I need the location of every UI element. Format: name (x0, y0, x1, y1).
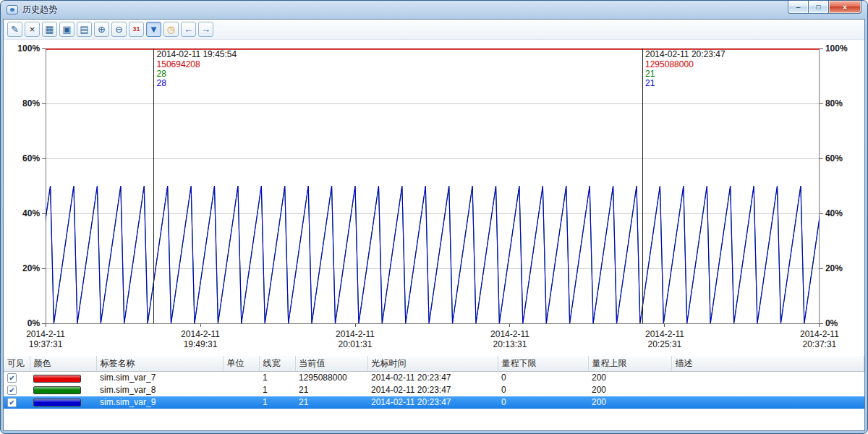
color-swatch[interactable] (33, 375, 81, 383)
y-axis-label-left: 40% (22, 208, 40, 218)
y-axis-label-right: 20% (825, 263, 843, 273)
y-axis-label-right: 60% (825, 153, 843, 163)
zoom-in-button[interactable]: ⊕ (94, 22, 109, 37)
tag-name: sim.sim_var_7 (96, 372, 223, 384)
range-high: 200 (588, 384, 671, 396)
column-header-9[interactable]: 描述 (671, 356, 864, 372)
x-axis-label-time: 20:13:31 (493, 339, 527, 349)
filter-button[interactable]: ▼ (146, 22, 161, 37)
column-header-8[interactable]: 量程上限 (588, 356, 671, 372)
column-header-6[interactable]: 光标时间 (367, 356, 498, 372)
close-button[interactable]: × (828, 1, 861, 14)
tag-name: sim.sim_var_8 (96, 384, 223, 396)
table-row[interactable]: ✔sim.sim_var_91212014-02-11 20:23:470200 (4, 396, 864, 409)
cursor-value-label: 28 (157, 69, 167, 79)
print-button[interactable]: ▤ (77, 22, 92, 37)
current-value: 21 (295, 396, 367, 409)
trend-chart-svg: 100%100%80%80%60%60%40%40%20%20%0%0%2014… (4, 40, 864, 356)
y-axis-label-left: 60% (22, 153, 40, 163)
toolbar: ✎×▦▣▤⊕⊖31▼◷←→ (4, 20, 864, 40)
color-swatch[interactable] (33, 386, 81, 394)
save-button[interactable]: ▣ (59, 22, 75, 37)
y-axis-label-right: 80% (825, 98, 843, 109)
column-header-3[interactable]: 单位 (223, 356, 259, 372)
x-axis-label-time: 19:49:31 (184, 339, 218, 349)
range-high: 200 (588, 396, 671, 409)
column-header-5[interactable]: 当前值 (295, 356, 367, 372)
client-area: ✎×▦▣▤⊕⊖31▼◷←→ 100%100%80%80%60%60%40%40%… (3, 19, 865, 431)
tag-name: sim.sim_var_9 (96, 396, 223, 409)
maximize-button[interactable]: □ (809, 1, 828, 14)
y-axis-label-left: 80% (22, 98, 40, 109)
grid-view-button[interactable]: ▦ (42, 22, 57, 37)
range-low: 0 (498, 372, 588, 384)
y-axis-label-right: 40% (825, 208, 843, 218)
cursor-value-label: 21 (645, 69, 655, 79)
x-axis-label-date: 2014-2-11 (645, 329, 684, 339)
clock-button[interactable]: ◷ (163, 22, 179, 37)
y-axis-label-right: 0% (825, 318, 838, 328)
window-title: 历史趋势 (22, 4, 57, 16)
calendar-button[interactable]: 31 (129, 22, 144, 37)
caption-buttons: – □ × (788, 1, 861, 14)
description (671, 396, 864, 409)
column-header-7[interactable]: 量程下限 (498, 356, 588, 372)
visible-checkbox[interactable]: ✔ (7, 398, 17, 407)
edit-pen-button[interactable]: ✎ (7, 22, 22, 37)
series-line-sim-var-9 (30, 186, 848, 323)
x-axis-label-date: 2014-2-11 (800, 329, 839, 339)
app-window: 历史趋势 – □ × ✎×▦▣▤⊕⊖31▼◷←→ 100%100%80%80%6… (0, 0, 868, 434)
cursor-time: 2014-02-11 20:23:47 (367, 372, 498, 384)
current-value: 1295088000 (295, 372, 367, 384)
visible-checkbox[interactable]: ✔ (7, 386, 17, 395)
cursor-value-label: 150694208 (157, 59, 200, 69)
y-axis-label-left: 20% (22, 263, 40, 273)
unit (223, 396, 259, 409)
x-axis-label-date: 2014-2-11 (181, 329, 220, 339)
zoom-out-button[interactable]: ⊖ (111, 22, 127, 37)
cursor-value-label: 28 (157, 78, 167, 88)
table-row[interactable]: ✔sim.sim_var_7112950880002014-02-11 20:2… (4, 372, 864, 384)
line-width: 1 (259, 384, 295, 396)
trend-chart[interactable]: 100%100%80%80%60%60%40%40%20%20%0%0%2014… (4, 40, 864, 356)
description (671, 372, 864, 384)
x-axis-label-time: 20:01:31 (339, 339, 373, 349)
column-header-4[interactable]: 线宽 (259, 356, 295, 372)
forward-button[interactable]: → (198, 22, 213, 37)
back-button[interactable]: ← (181, 22, 196, 37)
description (671, 384, 864, 396)
cursor-value-label: 21 (645, 78, 655, 88)
minimize-button[interactable]: – (788, 1, 809, 14)
current-value: 21 (295, 384, 367, 396)
titlebar[interactable]: 历史趋势 – □ × (1, 1, 867, 19)
y-axis-label-left: 100% (17, 43, 40, 54)
range-high: 200 (588, 372, 671, 384)
x-axis-label-date: 2014-2-11 (26, 329, 65, 339)
x-axis-label-date: 2014-2-11 (336, 329, 375, 339)
x-axis-label-time: 19:37:31 (29, 339, 63, 349)
unit (223, 372, 259, 384)
x-axis-label-date: 2014-2-11 (490, 329, 529, 339)
color-swatch[interactable] (33, 399, 81, 407)
delete-button[interactable]: × (25, 22, 40, 37)
y-axis-label-left: 0% (27, 318, 41, 328)
app-icon (7, 5, 18, 14)
range-low: 0 (498, 384, 588, 396)
column-header-2[interactable]: 标签名称 (96, 356, 223, 372)
line-width: 1 (259, 396, 295, 409)
plot-border (46, 48, 820, 323)
column-header-1[interactable]: 颜色 (30, 356, 96, 372)
column-header-0[interactable]: 可见 (4, 356, 30, 372)
line-width: 1 (259, 372, 295, 384)
visible-checkbox[interactable]: ✔ (7, 373, 17, 383)
x-axis-label-time: 20:37:31 (803, 339, 837, 349)
cursor-time: 2014-02-11 20:23:47 (367, 384, 498, 396)
cursor-time-label: 2014-02-11 20:23:47 (645, 49, 726, 59)
x-axis-label-time: 20:25:31 (648, 339, 682, 349)
cursor-time-label: 2014-02-11 19:45:54 (157, 49, 237, 59)
y-axis-label-right: 100% (825, 43, 848, 54)
cursor-time: 2014-02-11 20:23:47 (367, 396, 498, 409)
tag-table: 可见颜色标签名称单位线宽当前值光标时间量程下限量程上限描述 ✔sim.sim_v… (4, 356, 864, 409)
cursor-value-label: 1295088000 (645, 59, 694, 69)
table-row[interactable]: ✔sim.sim_var_81212014-02-11 20:23:470200 (4, 384, 864, 396)
